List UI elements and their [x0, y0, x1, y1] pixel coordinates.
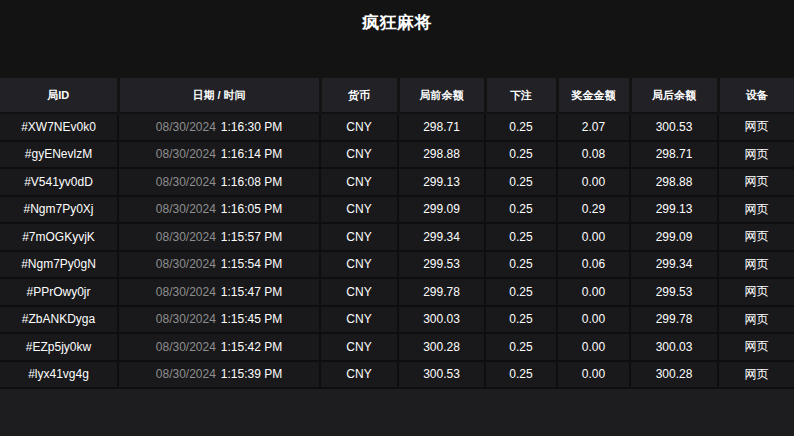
- cell-currency: CNY: [320, 141, 398, 169]
- cell-device: 网页: [718, 361, 794, 389]
- cell-game-id: #lyx41vg4g: [0, 361, 118, 389]
- cell-device: 网页: [718, 141, 794, 169]
- cell-date: 08/30/2024: [156, 257, 216, 271]
- cell-currency: CNY: [320, 113, 398, 141]
- cell-balance-after: 299.78: [630, 306, 718, 334]
- cell-time: 1:15:39 PM: [221, 367, 282, 381]
- cell-game-id: #V541yv0dD: [0, 168, 118, 196]
- cell-bet: 0.25: [485, 223, 557, 251]
- cell-bet: 0.25: [485, 278, 557, 306]
- cell-time: 1:16:08 PM: [221, 175, 282, 189]
- cell-game-id: #Ngm7Py0Xj: [0, 196, 118, 224]
- cell-win-amount: 0.00: [557, 306, 630, 334]
- cell-datetime: 08/30/20241:16:05 PM: [118, 196, 320, 224]
- column-header-currency: 货币: [320, 78, 398, 113]
- cell-win-amount: 0.00: [557, 223, 630, 251]
- cell-balance-after: 299.13: [630, 196, 718, 224]
- cell-currency: CNY: [320, 196, 398, 224]
- page-title: 疯狂麻将: [0, 0, 794, 34]
- cell-datetime: 08/30/20241:15:39 PM: [118, 361, 320, 389]
- table-row: #Ngm7Py0Xj08/30/20241:16:05 PMCNY299.090…: [0, 196, 794, 224]
- cell-date: 08/30/2024: [156, 340, 216, 354]
- table-row: #XW7NEv0k008/30/20241:16:30 PMCNY298.710…: [0, 113, 794, 141]
- cell-balance-before: 299.13: [398, 168, 485, 196]
- cell-currency: CNY: [320, 306, 398, 334]
- table-row: #PPrOwy0jr08/30/20241:15:47 PMCNY299.780…: [0, 278, 794, 306]
- cell-time: 1:15:54 PM: [221, 257, 282, 271]
- cell-balance-after: 300.53: [630, 113, 718, 141]
- cell-device: 网页: [718, 306, 794, 334]
- cell-game-id: #XW7NEv0k0: [0, 113, 118, 141]
- cell-balance-before: 299.09: [398, 196, 485, 224]
- column-header-balance-after: 局后余额: [630, 78, 718, 113]
- cell-balance-after: 298.71: [630, 141, 718, 169]
- cell-balance-before: 299.34: [398, 223, 485, 251]
- cell-date: 08/30/2024: [156, 312, 216, 326]
- table-header-row: 局ID日期 / 时间货币局前余额下注奖金金额局后余额设备: [0, 78, 794, 113]
- cell-time: 1:16:30 PM: [221, 120, 282, 134]
- column-header-balance-before: 局前余额: [398, 78, 485, 113]
- cell-win-amount: 0.00: [557, 278, 630, 306]
- cell-bet: 0.25: [485, 141, 557, 169]
- cell-time: 1:15:47 PM: [221, 285, 282, 299]
- cell-game-id: #EZp5jy0kw: [0, 333, 118, 361]
- column-header-device: 设备: [718, 78, 794, 113]
- game-history-table: 局ID日期 / 时间货币局前余额下注奖金金额局后余额设备 #XW7NEv0k00…: [0, 78, 794, 389]
- cell-win-amount: 0.08: [557, 141, 630, 169]
- cell-bet: 0.25: [485, 196, 557, 224]
- cell-balance-before: 300.53: [398, 361, 485, 389]
- cell-balance-before: 298.71: [398, 113, 485, 141]
- cell-balance-after: 299.34: [630, 251, 718, 279]
- cell-date: 08/30/2024: [156, 147, 216, 161]
- cell-time: 1:16:05 PM: [221, 202, 282, 216]
- column-header-game-id: 局ID: [0, 78, 118, 113]
- cell-game-id: #Ngm7Py0gN: [0, 251, 118, 279]
- cell-datetime: 08/30/20241:15:47 PM: [118, 278, 320, 306]
- cell-bet: 0.25: [485, 306, 557, 334]
- cell-datetime: 08/30/20241:16:14 PM: [118, 141, 320, 169]
- cell-time: 1:15:57 PM: [221, 230, 282, 244]
- cell-device: 网页: [718, 333, 794, 361]
- cell-balance-before: 299.78: [398, 278, 485, 306]
- cell-game-id: #7mOGKyvjK: [0, 223, 118, 251]
- title-band: 疯狂麻将: [0, 0, 794, 78]
- cell-balance-before: 300.03: [398, 306, 485, 334]
- cell-balance-after: 299.53: [630, 278, 718, 306]
- cell-bet: 0.25: [485, 333, 557, 361]
- column-header-win-amount: 奖金金额: [557, 78, 630, 113]
- column-header-bet: 下注: [485, 78, 557, 113]
- cell-balance-before: 299.53: [398, 251, 485, 279]
- cell-game-id: #gyENevlzM: [0, 141, 118, 169]
- cell-currency: CNY: [320, 223, 398, 251]
- cell-win-amount: 0.29: [557, 196, 630, 224]
- cell-device: 网页: [718, 168, 794, 196]
- cell-datetime: 08/30/20241:15:54 PM: [118, 251, 320, 279]
- cell-bet: 0.25: [485, 361, 557, 389]
- column-header-datetime: 日期 / 时间: [118, 78, 320, 113]
- cell-win-amount: 0.06: [557, 251, 630, 279]
- cell-bet: 0.25: [485, 113, 557, 141]
- cell-device: 网页: [718, 196, 794, 224]
- table-row: #ZbANKDyga08/30/20241:15:45 PMCNY300.030…: [0, 306, 794, 334]
- table-body: #XW7NEv0k008/30/20241:16:30 PMCNY298.710…: [0, 113, 794, 388]
- cell-win-amount: 2.07: [557, 113, 630, 141]
- cell-balance-after: 300.28: [630, 361, 718, 389]
- cell-date: 08/30/2024: [156, 202, 216, 216]
- cell-date: 08/30/2024: [156, 120, 216, 134]
- cell-currency: CNY: [320, 278, 398, 306]
- cell-win-amount: 0.00: [557, 333, 630, 361]
- cell-datetime: 08/30/20241:16:30 PM: [118, 113, 320, 141]
- cell-balance-after: 300.03: [630, 333, 718, 361]
- cell-currency: CNY: [320, 251, 398, 279]
- table-row: #7mOGKyvjK08/30/20241:15:57 PMCNY299.340…: [0, 223, 794, 251]
- cell-win-amount: 0.00: [557, 361, 630, 389]
- table-row: #gyENevlzM08/30/20241:16:14 PMCNY298.880…: [0, 141, 794, 169]
- cell-balance-after: 299.09: [630, 223, 718, 251]
- cell-bet: 0.25: [485, 251, 557, 279]
- cell-time: 1:16:14 PM: [221, 147, 282, 161]
- cell-game-id: #ZbANKDyga: [0, 306, 118, 334]
- cell-datetime: 08/30/20241:15:45 PM: [118, 306, 320, 334]
- cell-device: 网页: [718, 251, 794, 279]
- cell-datetime: 08/30/20241:15:42 PM: [118, 333, 320, 361]
- table-row: #EZp5jy0kw08/30/20241:15:42 PMCNY300.280…: [0, 333, 794, 361]
